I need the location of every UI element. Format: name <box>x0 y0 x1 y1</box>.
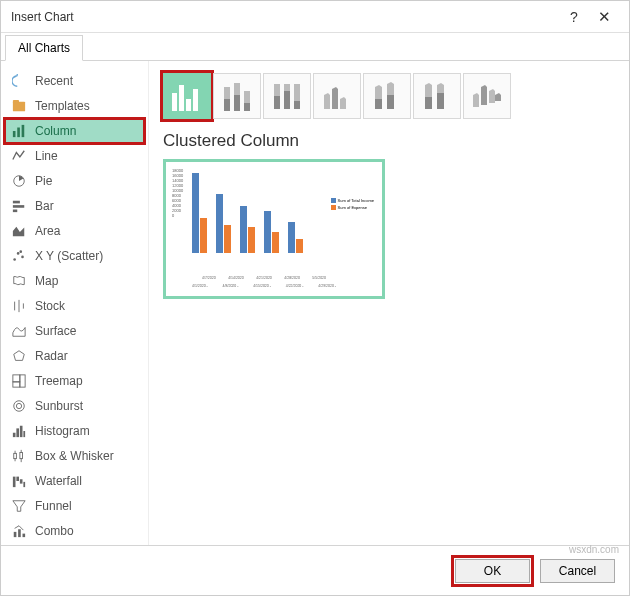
svg-rect-25 <box>20 426 23 437</box>
sidebar-item-label: Box & Whisker <box>35 449 114 463</box>
svg-marker-9 <box>13 227 24 237</box>
svg-marker-69 <box>481 85 487 105</box>
sidebar-item-scatter[interactable]: X Y (Scatter) <box>5 244 144 268</box>
sidebar-item-label: Map <box>35 274 58 288</box>
sidebar-item-column[interactable]: Column <box>5 119 144 143</box>
subtype-3d-clustered-column[interactable] <box>313 73 361 119</box>
sidebar-item-label: Line <box>35 149 58 163</box>
preview-title: Clustered Column <box>163 131 615 151</box>
sidebar-item-label: Funnel <box>35 499 72 513</box>
scatter-icon <box>11 248 27 264</box>
sidebar-item-radar[interactable]: Radar <box>5 344 144 368</box>
svg-rect-43 <box>186 99 191 111</box>
x-axis-labels-row2: 4/7/20204/14/20204/21/20204/28/20205/5/2… <box>202 276 326 280</box>
sidebar-item-label: X Y (Scatter) <box>35 249 103 263</box>
sidebar-item-label: Surface <box>35 324 76 338</box>
svg-rect-23 <box>13 433 16 437</box>
sidebar-item-line[interactable]: Line <box>5 144 144 168</box>
legend-item: Sum of Expense <box>331 205 374 210</box>
svg-rect-19 <box>20 375 25 387</box>
sidebar-item-label: Stock <box>35 299 65 313</box>
area-icon <box>11 223 27 239</box>
svg-rect-1 <box>13 100 19 104</box>
sidebar-item-recent[interactable]: Recent <box>5 69 144 93</box>
help-icon[interactable]: ? <box>559 9 589 25</box>
svg-rect-6 <box>13 201 20 204</box>
sidebar-item-box[interactable]: Box & Whisker <box>5 444 144 468</box>
svg-rect-40 <box>23 534 26 538</box>
sidebar-item-templates[interactable]: Templates <box>5 94 144 118</box>
subtype-stacked-column[interactable] <box>213 73 261 119</box>
svg-marker-63 <box>387 95 394 109</box>
sidebar-item-map[interactable]: Map <box>5 269 144 293</box>
chart-preview-area: 1800016000140001200010000800060004000200… <box>172 168 376 290</box>
sidebar-item-bar[interactable]: Bar <box>5 194 144 218</box>
sidebar-item-treemap[interactable]: Treemap <box>5 369 144 393</box>
svg-rect-41 <box>172 93 177 111</box>
svg-rect-56 <box>294 101 300 109</box>
ok-button[interactable]: OK <box>455 559 530 583</box>
svg-marker-17 <box>14 351 25 361</box>
svg-rect-39 <box>18 529 21 537</box>
chart-preview[interactable]: 1800016000140001200010000800060004000200… <box>163 159 385 299</box>
x-axis-labels: 4/1/2020 -4/8/2020 -4/15/2020 -4/22/2020… <box>192 284 336 288</box>
subtype-100-stacked-column[interactable] <box>263 73 311 119</box>
sidebar-item-label: Combo <box>35 524 74 538</box>
svg-rect-27 <box>14 453 17 458</box>
legend-item: Sum of Total Income <box>331 198 374 203</box>
legend-label: Sum of Expense <box>338 205 367 210</box>
svg-point-10 <box>13 258 16 261</box>
tab-strip: All Charts <box>1 33 629 61</box>
tab-all-charts[interactable]: All Charts <box>5 35 83 61</box>
sidebar-item-label: Pie <box>35 174 52 188</box>
dialog-footer: OK Cancel <box>1 545 629 595</box>
svg-rect-3 <box>17 128 20 138</box>
recent-icon <box>11 73 27 89</box>
svg-marker-58 <box>332 87 338 109</box>
sidebar-item-label: Templates <box>35 99 90 113</box>
svg-point-21 <box>14 401 25 412</box>
svg-marker-67 <box>437 93 444 109</box>
sunburst-icon <box>11 398 27 414</box>
sidebar-item-stock[interactable]: Stock <box>5 294 144 318</box>
subtype-3d-stacked-column[interactable] <box>363 73 411 119</box>
window-title: Insert Chart <box>11 10 559 24</box>
svg-rect-26 <box>23 431 25 437</box>
svg-marker-37 <box>13 501 25 512</box>
map-icon <box>11 273 27 289</box>
svg-rect-46 <box>224 99 230 111</box>
svg-point-22 <box>16 403 21 408</box>
subtype-3d-100-stacked-column[interactable] <box>413 73 461 119</box>
sidebar-item-surface[interactable]: Surface <box>5 319 144 343</box>
sidebar-item-label: Sunburst <box>35 399 83 413</box>
close-icon[interactable]: ✕ <box>589 8 619 26</box>
svg-rect-35 <box>20 479 23 483</box>
svg-rect-20 <box>13 382 20 387</box>
legend-label: Sum of Total Income <box>338 198 374 203</box>
sidebar-item-combo[interactable]: Combo <box>5 519 144 543</box>
svg-marker-61 <box>375 99 382 109</box>
funnel-icon <box>11 498 27 514</box>
svg-rect-52 <box>274 96 280 109</box>
svg-point-11 <box>17 252 20 255</box>
svg-rect-2 <box>13 131 16 137</box>
subtype-3d-column[interactable] <box>463 73 511 119</box>
sidebar-item-funnel[interactable]: Funnel <box>5 494 144 518</box>
sidebar-item-waterfall[interactable]: Waterfall <box>5 469 144 493</box>
sidebar-item-label: Histogram <box>35 424 90 438</box>
watermark: wsxdn.com <box>569 544 619 555</box>
main-panel: Clustered Column 18000160001400012000100… <box>149 61 629 545</box>
templates-icon <box>11 98 27 114</box>
sidebar-item-label: Waterfall <box>35 474 82 488</box>
waterfall-icon <box>11 473 27 489</box>
titlebar: Insert Chart ? ✕ <box>1 1 629 33</box>
sidebar-item-sunburst[interactable]: Sunburst <box>5 394 144 418</box>
cancel-button[interactable]: Cancel <box>540 559 615 583</box>
sidebar-item-label: Radar <box>35 349 68 363</box>
bar-icon <box>11 198 27 214</box>
sidebar-item-area[interactable]: Area <box>5 219 144 243</box>
subtype-clustered-column[interactable] <box>163 73 211 119</box>
sidebar-item-pie[interactable]: Pie <box>5 169 144 193</box>
sidebar-item-histogram[interactable]: Histogram <box>5 419 144 443</box>
svg-marker-59 <box>340 97 346 109</box>
